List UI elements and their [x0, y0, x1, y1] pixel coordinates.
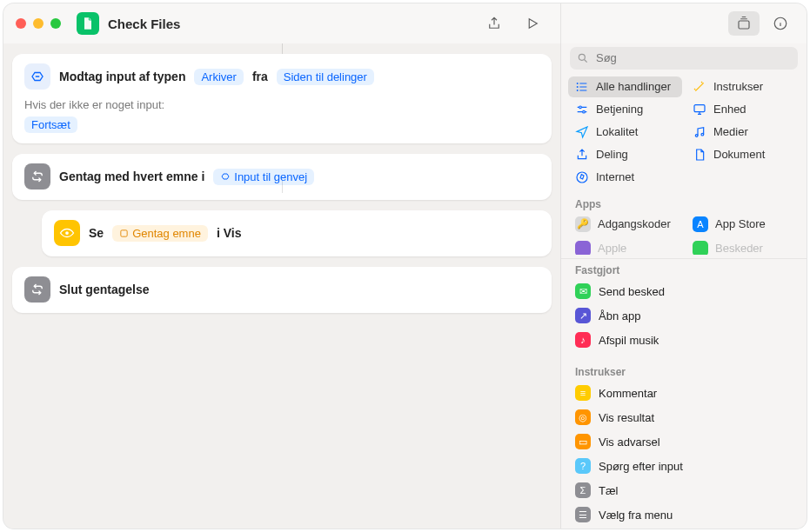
svg-point-8 — [579, 106, 582, 109]
receive-input-icon — [24, 63, 50, 90]
app-label: Adgangskoder — [598, 217, 671, 230]
category-internet[interactable]: Internet — [568, 167, 682, 188]
pinned-åbn-app[interactable]: ↗Åbn app — [568, 303, 800, 328]
close-window-button[interactable] — [16, 18, 26, 29]
action-icon: ☰ — [575, 507, 591, 522]
info-button[interactable] — [765, 11, 796, 36]
action-label: Send besked — [599, 285, 665, 298]
pinned-list: ✉Send besked↗Åbn app♪Afspil musik — [561, 279, 807, 354]
slider-icon — [575, 103, 589, 116]
app-beskeder[interactable]: Beskeder — [686, 237, 800, 255]
action-icon: ◎ — [575, 409, 591, 425]
category-label: Lokalitet — [596, 125, 638, 138]
shortcut-icon — [77, 12, 99, 35]
action-repeat-each[interactable]: Gentag med hvert emne i Input til genvej — [12, 154, 552, 200]
pinned-afspil-musik[interactable]: ♪Afspil musik — [568, 328, 800, 352]
script-tæl[interactable]: ΣTæl — [568, 478, 800, 502]
share-button[interactable] — [479, 11, 510, 36]
category-label: Alle handlinger — [596, 80, 671, 93]
category-label: Deling — [596, 148, 628, 161]
input-source-token[interactable]: Siden til delinger — [277, 69, 374, 85]
category-instrukser[interactable]: Instrukser — [686, 76, 800, 97]
no-input-behavior-token[interactable]: Fortsæt — [24, 116, 77, 133]
receive-prefix: Modtag input af typen — [59, 70, 185, 83]
workflow-editor[interactable]: Modtag input af typen Arkiver fra Siden … — [3, 43, 560, 529]
script-kommentar[interactable]: ≡Kommentar — [568, 381, 800, 405]
category-dokument[interactable]: Dokument — [686, 144, 800, 165]
repeat-variable-label: Input til genvej — [234, 170, 307, 183]
script-spørg-efter-input[interactable]: ?Spørg efter input — [568, 454, 800, 478]
run-button[interactable] — [517, 11, 548, 36]
script-vælg-fra-menu[interactable]: ☰Vælg fra menu — [568, 502, 800, 527]
app-icon — [693, 241, 708, 255]
action-icon: ? — [575, 458, 591, 474]
category-enhed[interactable]: Enhed — [686, 99, 800, 120]
action-label: Spørg efter input — [599, 460, 683, 473]
repeat-icon — [24, 163, 50, 190]
action-label: Tæl — [599, 484, 618, 497]
action-receive-input[interactable]: Modtag input af typen Arkiver fra Siden … — [12, 54, 552, 143]
action-label: Afspil musik — [599, 334, 659, 347]
category-betjening[interactable]: Betjening — [568, 99, 682, 120]
doc-icon — [693, 148, 706, 162]
svg-point-7 — [577, 90, 579, 91]
category-label: Medier — [713, 125, 748, 138]
minimize-window-button[interactable] — [33, 18, 44, 29]
svg-point-11 — [695, 135, 698, 137]
app-apple[interactable]: Apple — [568, 237, 682, 255]
fullscreen-window-button[interactable] — [50, 18, 61, 29]
svg-point-2 — [65, 231, 69, 235]
svg-rect-10 — [694, 105, 705, 112]
category-label: Enhed — [713, 103, 746, 116]
list-icon — [575, 80, 589, 94]
category-label: Internet — [596, 170, 634, 183]
titlebar: Check Files — [3, 3, 560, 43]
category-label: Dokument — [713, 148, 765, 161]
repeat-variable-token[interactable]: Input til genvej — [213, 169, 314, 185]
svg-point-4 — [579, 54, 585, 60]
app-label: Beskeder — [715, 242, 763, 255]
action-label: Vis resultat — [599, 411, 654, 424]
category-medier[interactable]: Medier — [686, 122, 800, 143]
repeat-label: Gentag med hvert emne i — [59, 170, 204, 183]
window-title: Check Files — [108, 17, 180, 31]
action-icon: ♪ — [575, 332, 591, 348]
svg-point-6 — [577, 86, 579, 88]
see-label: Se — [89, 226, 104, 240]
desktop-icon — [693, 103, 706, 116]
action-icon: ↗ — [575, 308, 591, 323]
compass-icon — [575, 170, 589, 184]
no-input-label: Hvis der ikke er noget input: — [24, 98, 539, 111]
search-icon — [577, 52, 589, 64]
section-scripts-label: Instrukser — [561, 361, 807, 381]
repeat-item-token[interactable]: Gentag emne — [112, 225, 208, 242]
library-toggle-button[interactable] — [728, 11, 760, 36]
app-label: App Store — [715, 217, 766, 230]
script-vis-resultat[interactable]: ◎Vis resultat — [568, 405, 800, 429]
action-label: Vis advarsel — [599, 436, 660, 449]
action-quicklook[interactable]: Se Gentag emne i Vis — [42, 210, 552, 256]
action-end-repeat[interactable]: Slut gentagelse — [12, 267, 552, 313]
action-icon: ✉ — [575, 283, 591, 299]
pinned-send-besked[interactable]: ✉Send besked — [568, 279, 800, 303]
search-field[interactable] — [570, 47, 798, 70]
app-icon: A — [693, 216, 708, 232]
category-deling[interactable]: Deling — [568, 144, 682, 165]
search-input[interactable] — [594, 50, 791, 65]
quicklook-icon — [54, 220, 80, 246]
category-alle-handlinger[interactable]: Alle handlinger — [568, 76, 682, 97]
category-lokalitet[interactable]: Lokalitet — [568, 122, 682, 143]
svg-rect-0 — [739, 21, 749, 29]
input-type-token[interactable]: Arkiver — [194, 69, 243, 85]
traffic-lights — [16, 18, 61, 29]
app-adgangskoder[interactable]: 🔑Adgangskoder — [568, 213, 682, 236]
svg-rect-3 — [121, 229, 127, 236]
script-vis-advarsel[interactable]: ▭Vis advarsel — [568, 429, 800, 454]
svg-point-13 — [577, 172, 587, 183]
end-repeat-label: Slut gentagelse — [59, 283, 149, 296]
section-apps-label: Apps — [561, 193, 807, 213]
category-grid: Alle handlingerInstrukserBetjeningEnhedL… — [561, 76, 807, 193]
scripts-list: ≡Kommentar◎Vis resultat▭Vis advarsel?Spø… — [561, 381, 807, 529]
share-icon — [575, 148, 589, 162]
app-app-store[interactable]: AApp Store — [686, 213, 800, 236]
